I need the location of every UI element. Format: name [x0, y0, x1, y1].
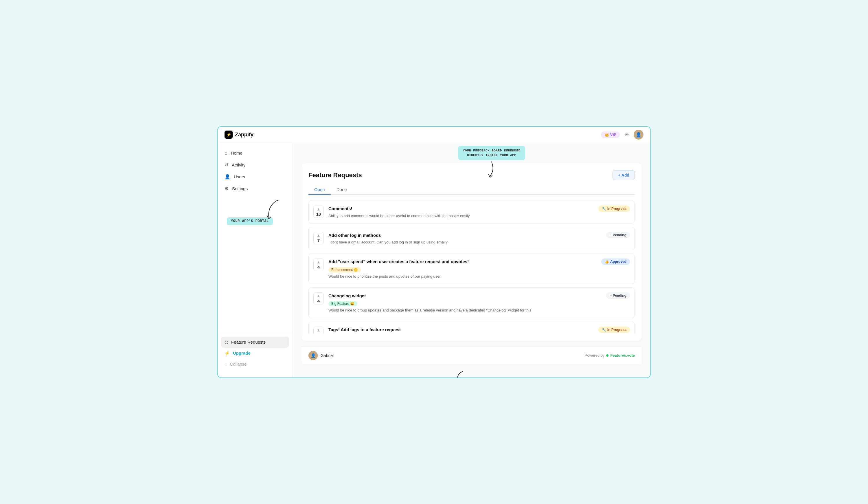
sidebar-nav: ⌂ Home ↺ Activity 👤 Users ⚙ Settings — [218, 148, 292, 333]
feature-panel: Feature Requests + Add Open Done — [301, 163, 642, 341]
vip-badge[interactable]: 👑 VIP — [601, 131, 620, 138]
status-label: Approved — [610, 260, 627, 264]
upvote-icon[interactable]: ▲ — [317, 233, 321, 238]
logo-icon: ⚡ — [225, 131, 232, 139]
sidebar-item-collapse[interactable]: « Collapse — [221, 359, 289, 370]
portal-arrow-svg — [265, 197, 282, 220]
vote-count: 4 — [317, 265, 320, 270]
feedback-arrow-svg — [483, 160, 500, 178]
sidebar-collapse-label: Collapse — [230, 362, 247, 366]
tab-open[interactable]: Open — [308, 185, 331, 195]
feature-title-row: Add "user spend" when user creates a fea… — [328, 259, 630, 265]
tab-done-label: Done — [337, 187, 347, 192]
status-icon: 👍 — [605, 260, 609, 264]
powered-by-link[interactable]: Features.vote — [610, 353, 635, 357]
vip-label: VIP — [610, 133, 616, 137]
sidebar-item-activity[interactable]: ↺ Activity — [221, 159, 289, 171]
sidebar-item-upgrade[interactable]: ⚡ Upgrade — [221, 348, 289, 359]
status-badge: 👍 Approved — [601, 259, 630, 265]
upvote-icon[interactable]: ▲ — [317, 294, 321, 298]
sidebar-item-settings[interactable]: ⚙ Settings — [221, 183, 289, 194]
tab-done[interactable]: Done — [331, 185, 353, 195]
feature-body: Add "user spend" when user creates a fea… — [328, 259, 630, 279]
users-icon: 👤 — [225, 174, 230, 180]
status-label: Pending — [613, 233, 627, 237]
feature-title: Tags! Add tags to a feature request — [328, 327, 401, 332]
feature-panel-title: Feature Requests — [308, 171, 362, 179]
feature-title-row: Tags! Add tags to a feature request 🔧 In… — [328, 326, 630, 333]
vote-box[interactable]: ▲ 4 — [313, 292, 324, 305]
theme-toggle-icon[interactable]: ☀ — [624, 131, 629, 138]
feature-tag: Big Feature 😀 — [328, 301, 357, 306]
feedback-label: YOUR FEEDBACK BOARD EMBEDDED DIRECTLY IN… — [458, 146, 525, 160]
feature-body: Add other log in methods ·· Pending I do… — [328, 232, 630, 245]
collapse-icon: « — [225, 362, 227, 366]
feature-title: Add "user spend" when user creates a fea… — [328, 259, 469, 264]
vote-count: 10 — [316, 212, 321, 216]
user-arrow-svg — [453, 370, 467, 377]
feature-items-list: ▲ 10 Comments! 🔧 In Progress — [308, 201, 635, 334]
feature-title-row: Add other log in methods ·· Pending — [328, 232, 630, 238]
sidebar-upgrade-label: Upgrade — [233, 351, 250, 355]
activity-icon: ↺ — [225, 162, 228, 168]
vip-icon: 👑 — [604, 133, 609, 137]
status-label: Pending — [613, 294, 627, 298]
vote-box[interactable]: ▲ 10 — [313, 205, 324, 218]
status-badge: ·· Pending — [606, 232, 630, 238]
upvote-icon[interactable]: ▲ — [317, 328, 321, 332]
feature-item[interactable]: ▲ 7 Add other log in methods ·· Pending — [308, 227, 635, 250]
feature-item[interactable]: ▲ 3 Tags! Add tags to a feature request … — [308, 322, 635, 334]
feature-item[interactable]: ▲ 4 Add "user spend" when user creates a… — [308, 254, 635, 284]
panel-footer: 👤 Gabriel Powered by Features.vote — [301, 346, 642, 364]
feature-item[interactable]: ▲ 10 Comments! 🔧 In Progress — [308, 201, 635, 224]
sidebar-item-activity-label: Activity — [232, 162, 246, 167]
upvote-icon[interactable]: ▲ — [317, 260, 321, 264]
sidebar-item-settings-label: Settings — [232, 186, 248, 191]
app-logo[interactable]: ⚡ Zappify — [225, 131, 254, 139]
powered-by-label: Powered by — [585, 353, 605, 357]
upvote-icon[interactable]: ▲ — [317, 207, 321, 211]
sidebar-item-users[interactable]: 👤 Users — [221, 171, 289, 182]
sidebar-item-home[interactable]: ⌂ Home — [221, 148, 289, 159]
feature-item[interactable]: ▲ 4 Changelog widget ·· Pending — [308, 288, 635, 318]
footer-avatar: 👤 — [308, 351, 318, 360]
main-content: YOUR FEEDBACK BOARD EMBEDDED DIRECTLY IN… — [293, 143, 650, 377]
powered-by: Powered by Features.vote — [585, 353, 635, 357]
status-label: In Progress — [607, 207, 627, 211]
add-button-label: + Add — [618, 173, 629, 178]
status-badge: ·· Pending — [606, 292, 630, 299]
feature-title: Comments! — [328, 206, 352, 211]
upgrade-icon: ⚡ — [225, 351, 230, 356]
vote-box[interactable]: ▲ 4 — [313, 259, 324, 271]
feature-body: Changelog widget ·· Pending Big Feature … — [328, 292, 630, 313]
vote-count: 7 — [317, 238, 320, 243]
sidebar-item-feature-requests[interactable]: ◎ Feature Requests — [221, 337, 289, 348]
user-annotation: YOUR USER'S SESSION (NO NEED FOR ADDITIO… — [293, 364, 650, 377]
add-button[interactable]: + Add — [612, 170, 635, 180]
home-icon: ⌂ — [225, 151, 227, 156]
topbar-right: 👑 VIP ☀ 👤 — [601, 130, 643, 140]
feature-body: Comments! 🔧 In Progress Ability to add c… — [328, 205, 630, 219]
sidebar-item-home-label: Home — [231, 151, 242, 155]
user-avatar[interactable]: 👤 — [634, 130, 643, 140]
status-icon: 🔧 — [602, 328, 606, 332]
feature-requests-icon: ◎ — [225, 340, 228, 345]
footer-username: Gabriel — [321, 353, 334, 358]
vote-count: 3 — [317, 333, 320, 334]
feature-title: Add other log in methods — [328, 233, 381, 238]
status-icon: ·· — [610, 233, 612, 237]
topbar: ⚡ Zappify 👑 VIP ☀ 👤 — [218, 127, 650, 143]
settings-icon: ⚙ — [225, 186, 229, 191]
sidebar-feature-requests-label: Feature Requests — [231, 340, 266, 344]
main-layout: ⌂ Home ↺ Activity 👤 Users ⚙ Settings — [218, 143, 650, 377]
vote-box[interactable]: ▲ 7 — [313, 232, 324, 244]
footer-user: 👤 Gabriel — [308, 351, 334, 360]
sidebar-item-users-label: Users — [234, 174, 245, 179]
tabs: Open Done — [308, 185, 635, 195]
vote-box[interactable]: ▲ 3 — [313, 326, 324, 334]
feature-title-row: Comments! 🔧 In Progress — [328, 205, 630, 212]
sidebar: ⌂ Home ↺ Activity 👤 Users ⚙ Settings — [218, 143, 293, 377]
feedback-line2: DIRECTLY INSIDE YOUR APP — [467, 153, 516, 157]
feature-desc: Ability to add comments would be super u… — [328, 213, 630, 219]
feature-tag: Enhancement 🪙 — [328, 267, 361, 272]
